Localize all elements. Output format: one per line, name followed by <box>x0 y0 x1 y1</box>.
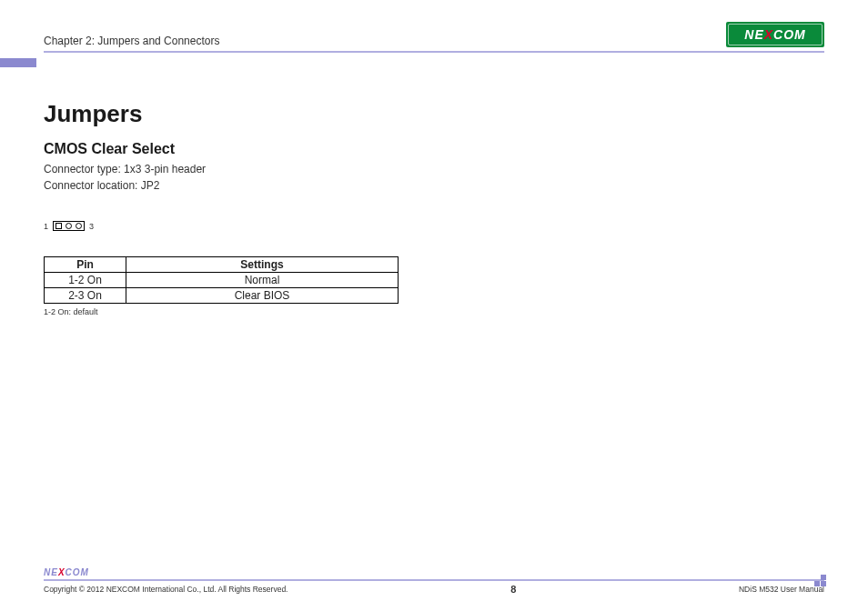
logo-text-x: X <box>764 27 773 42</box>
footer-logo: NEXCOM <box>44 567 89 577</box>
cell-settings: Clear BIOS <box>126 288 399 304</box>
footer-logo-right: COM <box>66 567 89 577</box>
table-note: 1-2 On: default <box>44 307 824 316</box>
footer: NEXCOM Copyright © 2012 NEXCOM Internati… <box>44 567 824 595</box>
cell-pin: 2-3 On <box>45 288 126 304</box>
cell-settings: Normal <box>126 273 399 288</box>
copyright-text: Copyright © 2012 NEXCOM International Co… <box>44 585 288 594</box>
nexcom-logo: NEXCOM <box>726 22 824 47</box>
logo-text-left: NE <box>744 27 763 42</box>
logo-text-right: COM <box>773 27 806 42</box>
manual-name: NDiS M532 User Manual <box>739 585 824 594</box>
connector-location: Connector location: JP2 <box>44 177 824 194</box>
settings-table: Pin Settings 1-2 On Normal 2-3 On Clear … <box>44 256 399 304</box>
pin-1-icon <box>56 223 62 229</box>
pin-diagram: 1 3 <box>44 221 824 231</box>
footer-logo-left: NE <box>44 567 58 577</box>
page-number: 8 <box>510 584 516 595</box>
footer-logo-x: X <box>58 567 66 577</box>
section-subtitle: CMOS Clear Select <box>44 141 824 157</box>
table-row: 2-3 On Clear BIOS <box>45 288 399 304</box>
footer-squares-icon <box>814 575 826 586</box>
col-header-pin: Pin <box>45 257 126 273</box>
chapter-title: Chapter 2: Jumpers and Connectors <box>44 35 219 47</box>
page-title: Jumpers <box>44 100 824 128</box>
table-header-row: Pin Settings <box>45 257 399 273</box>
col-header-settings: Settings <box>126 257 399 273</box>
cell-pin: 1-2 On <box>45 273 126 288</box>
pin-label-left: 1 <box>44 222 48 231</box>
pin-label-right: 3 <box>89 222 94 231</box>
pin-3-icon <box>76 223 82 229</box>
table-row: 1-2 On Normal <box>45 273 399 288</box>
connector-type: Connector type: 1x3 3-pin header <box>44 161 824 177</box>
pin-header-icon <box>53 221 85 231</box>
accent-bar <box>0 58 36 67</box>
footer-divider <box>44 579 824 581</box>
pin-2-icon <box>66 223 72 229</box>
header-divider <box>44 51 824 53</box>
